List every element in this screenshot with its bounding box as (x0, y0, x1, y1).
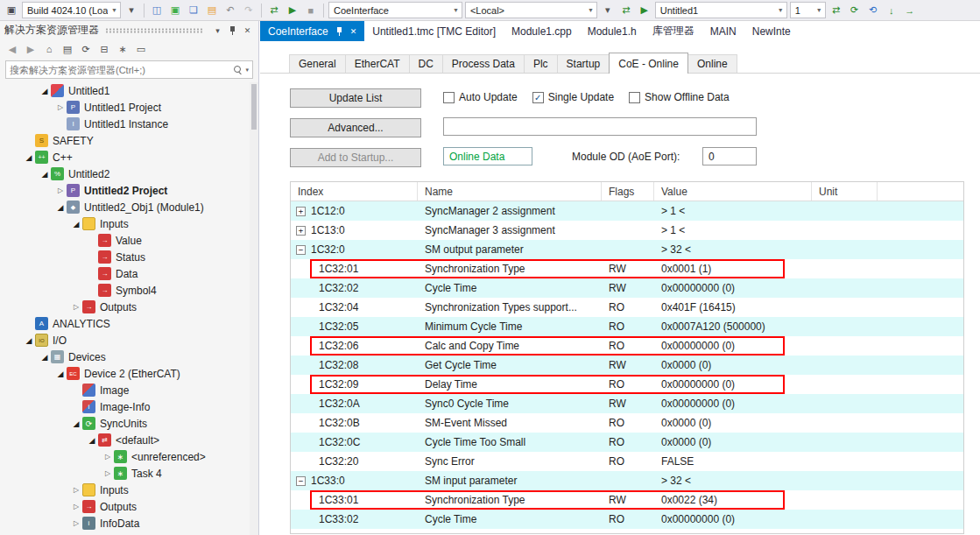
twisty-icon[interactable]: ◢ (70, 419, 82, 428)
attach-icon[interactable]: ⇄ (266, 3, 282, 18)
document-tab-coeinterface[interactable]: CoeInterface✕ (260, 21, 364, 41)
tree-item-infodata[interactable]: ▷InfoData (0, 515, 250, 531)
tree-item-data[interactable]: Data (0, 265, 250, 282)
twisty-icon[interactable]: ▷ (70, 503, 82, 510)
search-icon[interactable] (233, 65, 243, 75)
document-tab-module1-cpp[interactable]: Module1.cpp (504, 21, 580, 41)
pin-icon[interactable] (335, 26, 344, 37)
scrollbar-thumb[interactable] (251, 84, 257, 130)
table-row-1c32-09[interactable]: 1C32:09Delay TimeRO0x00000000 (0) (291, 375, 963, 394)
tree-item-status[interactable]: Status (0, 249, 250, 265)
preview-selected-icon[interactable]: ▭ (134, 42, 148, 56)
table-row-1c32-0c[interactable]: 1C32:0CCycle Time Too SmallRO0x0000 (0) (291, 433, 963, 452)
module-od-port-field[interactable]: 0 (702, 147, 757, 165)
table-row-1c33-02[interactable]: 1C33:02Cycle TimeRO0x00000000 (0) (291, 510, 963, 529)
tree-item-image[interactable]: Image (0, 382, 250, 398)
expand-icon[interactable]: + (296, 226, 306, 236)
restart-twincat-icon[interactable]: ⟳ (847, 3, 863, 18)
tab-general[interactable]: General (289, 54, 346, 73)
tab-startup[interactable]: Startup (557, 54, 610, 73)
back-icon[interactable]: ◀ (5, 42, 19, 56)
twisty-icon[interactable]: ◢ (54, 370, 67, 378)
palette-icon[interactable]: ▤ (204, 3, 220, 18)
twisty-icon[interactable]: ▷ (70, 519, 82, 527)
checkbox-single-update[interactable]: ✓Single Update (532, 91, 614, 103)
tree-item-i-o[interactable]: ◢I/O (0, 332, 250, 348)
column-header-value[interactable]: Value (654, 182, 812, 201)
tree-item-symbol4[interactable]: Symbol4 (0, 282, 250, 299)
properties-icon[interactable]: ∗ (116, 42, 130, 56)
tree-item-image-info[interactable]: Image-Info (0, 398, 250, 415)
close-icon[interactable]: ✕ (350, 27, 357, 36)
table-row-1c32-08[interactable]: 1C32:08Get Cycle TimeRW0x0000 (0) (291, 355, 963, 375)
refresh-icon[interactable]: ⟳ (79, 42, 93, 56)
port-combo[interactable]: 1▼ (790, 2, 826, 18)
twisty-icon[interactable]: ▷ (102, 469, 114, 477)
twisty-icon[interactable]: ▷ (54, 103, 67, 111)
play-icon[interactable]: ▶ (637, 3, 652, 18)
tree-item-analytics[interactable]: ANALYTICS (0, 315, 250, 332)
tree-item-safety[interactable]: SAFETY (0, 132, 250, 149)
solution-configurations-combo[interactable]: CoeInterface▼ (328, 2, 462, 18)
tree-item-device-2-ethercat[interactable]: ◢Device 2 (EtherCAT) (0, 365, 250, 382)
tree-item-untitled2-project[interactable]: ▷Untitled2 Project (0, 182, 250, 199)
dock-handle[interactable] (105, 28, 203, 33)
twisty-icon[interactable]: ◢ (86, 436, 98, 445)
twisty-icon[interactable]: ◢ (54, 203, 67, 212)
chevron-down-icon[interactable]: ▾ (600, 3, 616, 18)
undo-icon[interactable]: ↶ (222, 3, 238, 18)
tab-dc[interactable]: DC (409, 54, 443, 73)
stop-icon[interactable]: ■ (303, 3, 319, 18)
document-tab-module1-h[interactable]: Module1.h (580, 21, 645, 41)
twisty-icon[interactable]: ◢ (39, 87, 51, 95)
collapse-all-icon[interactable]: ⊟ (97, 42, 111, 56)
tree-item-c[interactable]: ◢C++ (0, 149, 250, 165)
table-row-1c32-0b[interactable]: 1C32:0BSM-Event MissedRO0x0000 (0) (291, 413, 963, 433)
tree-item-devices[interactable]: ◢Devices (0, 348, 250, 365)
document-tab-untitled1-tmc-tmc-editor[interactable]: Untitled1.tmc [TMC Editor] (364, 21, 504, 41)
table-row-1c32-0a[interactable]: 1C32:0ASync0 Cycle TimeRW0x00000000 (0) (291, 394, 963, 413)
document-tab-newinte[interactable]: NewInte (744, 21, 799, 41)
twisty-icon[interactable]: ▷ (70, 486, 82, 494)
table-row-1c32-04[interactable]: 1C32:04Synchronization Types support...R… (291, 298, 963, 317)
tree-item-untitled2-obj1-module1[interactable]: ◢Untitled2_Obj1 (Module1) (0, 199, 250, 215)
collapse-icon[interactable]: − (296, 476, 306, 486)
checkbox-auto-update[interactable]: Auto Update (443, 91, 518, 103)
tree-item-untitled2[interactable]: ◢Untitled2 (0, 165, 250, 182)
tree-item-value[interactable]: Value (0, 232, 250, 249)
update-list-button[interactable]: Update List (290, 88, 421, 108)
redo-icon[interactable]: ↷ (241, 3, 257, 18)
twisty-icon[interactable]: ◢ (23, 153, 35, 162)
document-tab-main[interactable]: MAIN (702, 21, 744, 41)
tab-plc[interactable]: Plc (524, 54, 558, 73)
tree-scrollbar[interactable] (250, 82, 258, 535)
home-icon[interactable]: ⌂ (42, 42, 56, 56)
build-combo[interactable]: Build 4024.10 (Loaded▼ (22, 2, 121, 18)
forward-icon[interactable]: ▶ (24, 42, 38, 56)
tab-ethercat[interactable]: EtherCAT (345, 54, 410, 73)
tree-item-untitled1-instance[interactable]: Untitled1 Instance (0, 116, 250, 132)
table-row-1c32-01[interactable]: 1C32:01Synchronization TypeRW0x0001 (1) (291, 259, 963, 278)
screenshot-icon[interactable]: ▣ (167, 3, 183, 18)
table-row-1c33-0[interactable]: −1C33:0SM input parameter> 32 < (291, 471, 963, 490)
collapse-icon[interactable]: − (296, 245, 306, 255)
table-row-1c32-06[interactable]: 1C32:06Calc and Copy TimeRO0x00000000 (0… (291, 336, 963, 355)
tree-item-outputs[interactable]: ▷Outputs (0, 498, 250, 515)
toggle-run-mode-icon[interactable]: ⇄ (828, 3, 844, 18)
table-row-1c33-01[interactable]: 1C33:01Synchronization TypeRW0x0022 (34) (291, 490, 963, 510)
close-icon[interactable]: ✕ (241, 24, 254, 37)
document-tab-item[interactable]: 库管理器 (645, 21, 702, 41)
table-row-1c12-0[interactable]: +1C12:0SyncManager 2 assignment> 1 < (291, 201, 963, 221)
step-icon[interactable]: → (902, 3, 918, 18)
table-row-1c32-20[interactable]: 1C32:20Sync ErrorROFALSE (291, 452, 963, 471)
tab-process-data[interactable]: Process Data (442, 54, 525, 73)
tree-item-untitled1-project[interactable]: ▷Untitled1 Project (0, 99, 250, 116)
target-system-combo[interactable]: <Local>▼ (465, 2, 597, 18)
tree-item-inputs[interactable]: ▷Inputs (0, 482, 250, 498)
columns-icon[interactable]: ◫ (149, 3, 165, 18)
tree-item-syncunits[interactable]: ◢SyncUnits (0, 415, 250, 432)
table-row-1c32-0[interactable]: −1C32:0SM output parameter> 32 < (291, 240, 963, 259)
tree-item-unreferenced[interactable]: ▷<unreferenced> (0, 448, 250, 465)
window-icon[interactable]: ❏ (186, 3, 201, 18)
tab-online[interactable]: Online (687, 54, 737, 73)
